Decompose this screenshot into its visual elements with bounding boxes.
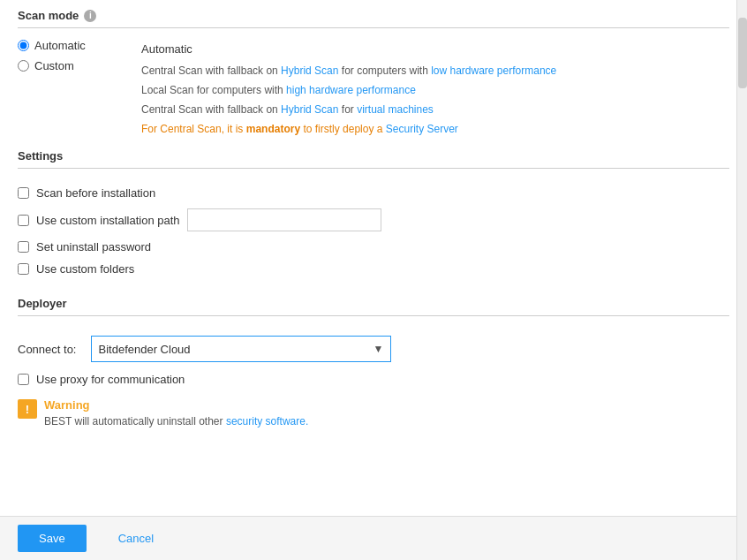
description-column: Automatic Central Scan with fallback on …	[141, 39, 729, 135]
cancel-button[interactable]: Cancel	[104, 525, 168, 552]
scrollbar[interactable]	[736, 0, 747, 560]
desc4-text1: For Central Scan, it is mandatory to fir…	[141, 123, 386, 135]
checkbox-scan-before[interactable]	[18, 187, 29, 199]
desc-item-4: For Central Scan, it is mandatory to fir…	[141, 123, 729, 135]
desc3-link2: virtual machines	[357, 103, 434, 116]
custom-path-input[interactable]	[187, 208, 381, 231]
checkbox-custom-folders-label[interactable]: Use custom folders	[36, 262, 134, 276]
desc3-link1: Hybrid Scan	[281, 103, 338, 116]
warning-title: Warning	[44, 398, 308, 412]
description-list: Central Scan with fallback on Hybrid Sca…	[141, 64, 729, 135]
connect-row: Connect to: Bitdefender Cloud ▼	[18, 336, 729, 362]
warning-text: BEST will automatically uninstall other …	[44, 415, 308, 428]
checkbox-row-custom-folders: Use custom folders	[18, 262, 729, 276]
desc-item-3: Central Scan with fallback on Hybrid Sca…	[141, 103, 729, 116]
desc-item-2: Local Scan for computers with high hardw…	[141, 84, 729, 96]
checkbox-use-proxy[interactable]	[18, 374, 29, 385]
settings-title: Settings	[18, 149, 63, 163]
desc3-text1: Central Scan with fallback on	[141, 103, 281, 116]
footer-bar: Save Cancel	[0, 516, 747, 560]
radio-option-custom[interactable]: Custom	[18, 59, 141, 72]
checkbox-scan-before-label[interactable]: Scan before installation	[36, 186, 155, 200]
scan-mode-title: Scan mode	[18, 9, 79, 22]
settings-header: Settings	[18, 149, 729, 169]
scan-mode-section: Scan mode i Automatic Custom Automatic	[18, 9, 729, 135]
checkbox-custom-path[interactable]	[18, 215, 29, 226]
checkbox-row-uninstall-pw: Set uninstall password	[18, 240, 729, 254]
save-button[interactable]: Save	[18, 525, 87, 552]
desc2-link1: high hardware performance	[286, 84, 416, 96]
checkbox-custom-path-label[interactable]: Use custom installation path	[36, 214, 180, 227]
radio-custom-label[interactable]: Custom	[34, 59, 74, 72]
deployer-section: Deployer Connect to: Bitdefender Cloud ▼…	[18, 297, 729, 445]
desc2-text1: Local Scan for computers with	[141, 84, 286, 96]
desc4-link1: Security Server	[386, 123, 458, 135]
scan-mode-description-title: Automatic	[141, 39, 729, 56]
proxy-label[interactable]: Use proxy for communication	[36, 373, 185, 386]
scan-mode-header: Scan mode i	[18, 9, 729, 28]
desc1-link1: Hybrid Scan	[281, 64, 338, 77]
settings-section: Settings Scan before installation Use cu…	[18, 149, 729, 283]
desc1-text1: Central Scan with fallback on	[141, 64, 281, 77]
settings-content: Scan before installation Use custom inst…	[18, 179, 729, 283]
scan-mode-info-icon[interactable]: i	[84, 10, 96, 22]
checkbox-row-custom-path: Use custom installation path	[18, 208, 729, 231]
proxy-row: Use proxy for communication	[18, 373, 729, 386]
radio-automatic-label[interactable]: Automatic	[34, 39, 86, 52]
checkbox-uninstall-pw[interactable]	[18, 241, 29, 253]
checkbox-row-scan-before: Scan before installation	[18, 186, 729, 200]
desc1-text2: for computers with	[338, 64, 431, 77]
scroll-thumb[interactable]	[738, 18, 747, 88]
warning-exclamation-icon: !	[26, 403, 29, 416]
connect-select-wrapper: Bitdefender Cloud ▼	[91, 336, 391, 362]
desc-item-1: Central Scan with fallback on Hybrid Sca…	[141, 64, 729, 77]
deployer-content: Connect to: Bitdefender Cloud ▼ Use prox…	[18, 327, 729, 445]
radio-automatic[interactable]	[18, 40, 29, 51]
warning-box: ! Warning BEST will automatically uninst…	[18, 398, 729, 428]
connect-to-label: Connect to:	[18, 343, 77, 356]
deployer-header: Deployer	[18, 297, 729, 316]
connect-to-select[interactable]: Bitdefender Cloud	[91, 336, 391, 362]
warning-icon-box: !	[18, 399, 37, 419]
deployer-title: Deployer	[18, 297, 67, 310]
radio-custom[interactable]	[18, 60, 29, 72]
checkbox-custom-folders[interactable]	[18, 263, 29, 275]
radio-option-automatic[interactable]: Automatic	[18, 39, 141, 52]
scan-mode-radio-group: Automatic Custom	[18, 39, 141, 72]
warning-link[interactable]: security software.	[226, 415, 308, 428]
desc3-text2: for	[338, 103, 357, 116]
warning-content: Warning BEST will automatically uninstal…	[44, 398, 308, 428]
radio-column: Automatic Custom	[18, 39, 141, 135]
desc1-link2: low hardware performance	[431, 64, 556, 77]
checkbox-uninstall-pw-label[interactable]: Set uninstall password	[36, 240, 151, 254]
warning-text-main: BEST will automatically uninstall other	[44, 415, 226, 428]
